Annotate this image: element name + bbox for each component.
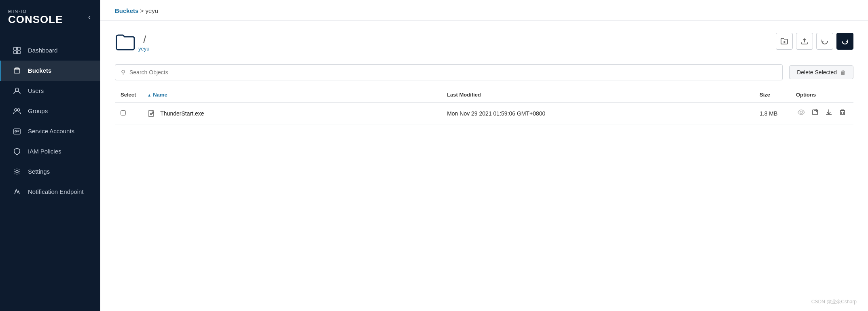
column-select: Select [115,88,142,102]
sidebar-item-label: Settings [28,168,50,175]
delete-button[interactable] [837,108,848,119]
sidebar-item-groups[interactable]: Groups [0,101,100,121]
folder-label: / yeyu [138,34,149,52]
sidebar-nav: Dashboard Buckets Users [0,33,100,311]
sidebar-item-users[interactable]: Users [0,81,100,101]
refresh-button[interactable] [816,33,833,50]
sidebar-item-settings[interactable]: Settings [0,162,100,182]
shield-icon [13,147,21,156]
svg-rect-3 [17,51,20,54]
folder-icon [115,33,136,53]
svg-rect-19 [840,111,845,115]
svg-rect-4 [14,69,20,73]
sidebar-item-label: Buckets [28,67,51,74]
groups-icon [13,107,21,116]
sidebar-item-dashboard[interactable]: Dashboard [0,40,100,61]
sidebar-item-label: Users [28,87,44,94]
content-area: / yeyu [100,21,868,311]
column-options: Options [790,88,853,102]
toolbar-buttons [776,33,853,50]
row-options [796,108,848,119]
folder-path: / yeyu [115,33,149,53]
objects-table: Select ▲Name Last Modified Size Options [115,88,853,124]
sidebar-item-buckets[interactable]: Buckets [0,61,100,81]
sidebar-item-label: Notification Endpoint [28,188,84,195]
gear-icon [13,167,21,176]
delete-selected-label: Delete Selected [797,69,837,76]
folder-slash: / [143,34,146,45]
download-button[interactable] [824,108,834,119]
table-header-row: Select ▲Name Last Modified Size Options [115,88,853,102]
topbar: Buckets > yeyu [100,0,868,21]
breadcrumb: Buckets > yeyu [115,7,158,14]
logo-text: MIN·IO CONSOLE [8,9,63,25]
svg-point-17 [800,111,802,113]
search-input[interactable] [129,69,777,76]
sidebar-collapse-button[interactable]: ‹ [87,11,92,23]
row-checkbox-cell [115,102,142,124]
svg-rect-2 [14,51,17,54]
create-folder-button[interactable] [776,33,793,50]
svg-rect-0 [14,47,17,50]
logo-console: CONSOLE [8,14,63,25]
sidebar: MIN·IO CONSOLE ‹ Dashboard [0,0,100,311]
service-accounts-icon [13,127,21,136]
row-size-cell: 1.8 MB [754,102,790,124]
column-name[interactable]: ▲Name [142,88,441,102]
breadcrumb-prefix[interactable]: Buckets [115,7,138,14]
share-button[interactable] [810,108,820,119]
row-name-cell: ThunderStart.exe [142,102,441,124]
watermark: CSDN @业余Csharp [811,298,857,305]
search-bar: ⚲ [115,64,783,80]
main-content: Buckets > yeyu / yeyu [100,0,868,311]
sidebar-logo: MIN·IO CONSOLE ‹ [0,0,100,33]
delete-selected-button[interactable]: Delete Selected 🗑 [789,65,853,79]
user-icon [13,86,21,95]
row-checkbox[interactable] [121,110,126,116]
sidebar-item-service-accounts[interactable]: Service Accounts [0,121,100,141]
svg-point-10 [16,170,18,173]
sidebar-item-iam-policies[interactable]: IAM Policies [0,141,100,162]
breadcrumb-separator: > [138,7,145,14]
table-row: ThunderStart.exe Mon Nov 29 2021 01:59:0… [115,102,853,124]
file-exe-icon [147,109,156,118]
grid-icon [13,46,21,55]
row-options-cell [790,102,853,124]
svg-point-9 [15,130,17,132]
svg-rect-1 [17,47,20,50]
bucket-icon [13,66,21,75]
folder-header: / yeyu [115,33,853,53]
lambda-icon [13,187,21,196]
preview-button[interactable] [796,108,807,119]
search-icon: ⚲ [121,69,125,76]
reload-button[interactable] [836,33,853,50]
file-name-cell: ThunderStart.exe [147,109,436,118]
svg-point-5 [15,88,19,91]
folder-name[interactable]: yeyu [138,46,149,52]
file-name: ThunderStart.exe [160,110,204,117]
search-row: ⚲ Delete Selected 🗑 [115,64,853,80]
delete-icon: 🗑 [840,69,846,76]
breadcrumb-current: yeyu [145,7,158,14]
row-modified-cell: Mon Nov 29 2021 01:59:06 GMT+0800 [441,102,754,124]
sidebar-item-label: IAM Policies [28,148,61,155]
sidebar-item-label: Groups [28,107,48,114]
sidebar-item-notification-endpoints[interactable]: Notification Endpoint [0,182,100,202]
upload-button[interactable] [796,33,813,50]
sidebar-item-label: Service Accounts [28,128,74,134]
sort-arrow: ▲ [147,93,151,97]
sidebar-item-label: Dashboard [28,47,57,54]
column-size[interactable]: Size [754,88,790,102]
column-last-modified[interactable]: Last Modified [441,88,754,102]
